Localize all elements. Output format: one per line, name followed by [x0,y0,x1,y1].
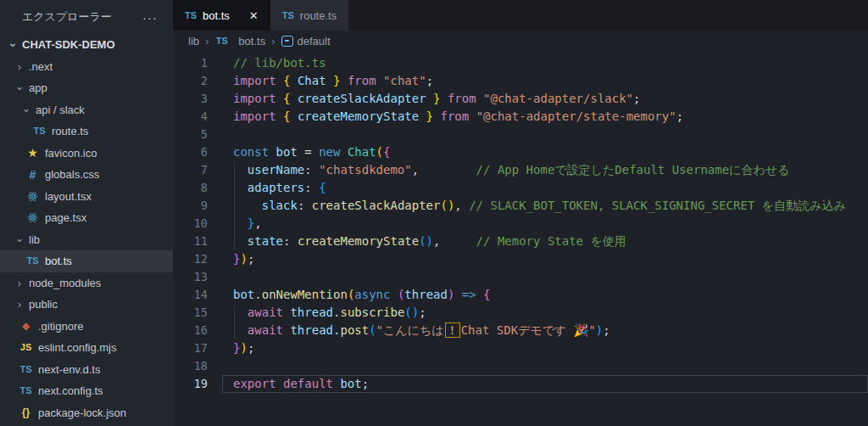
tree-item--gitignore[interactable]: ◆.gitignore [0,316,173,338]
line-number: 4 [173,108,208,126]
close-icon[interactable]: ✕ [249,9,259,22]
code-line-4[interactable]: 4import { createMemoryState } from "@cha… [173,108,868,126]
tab-route-ts[interactable]: TSroute.ts [270,0,348,31]
code-line-18[interactable]: 18 [173,357,868,375]
code-line-content: import { createSlackAdapter } from "@cha… [222,90,868,108]
line-number: 7 [173,161,208,179]
line-number: 10 [173,215,208,233]
code-line-15[interactable]: 15 await thread.subscribe(); [173,304,868,322]
code-line-17[interactable]: 17}); [173,339,868,357]
tree-item-route-ts[interactable]: TSroute.ts [0,121,173,143]
code-line-7[interactable]: 7 userName: "chatsdkdemo", // App Homeで設… [173,161,868,179]
breadcrumb-segment-bot-ts[interactable]: TSbot.ts [214,35,265,48]
line-number: 14 [173,286,208,304]
tree-item-next-config-ts[interactable]: TSnext.config.ts [0,380,173,402]
code-line-content: await thread.subscribe(); [222,304,868,322]
chevron-right-icon: › [14,277,25,289]
tab-label: route.ts [300,9,337,22]
tree-item-label: node_modules [29,277,101,289]
tree-item-next-env-d-ts[interactable]: TSnext-env.d.ts [0,359,173,381]
git-icon: ◆ [19,321,33,331]
react-icon [25,212,40,223]
breadcrumb: lib›TSbot.ts›default [173,31,868,51]
code-line-content: bot.onNewMention(async (thread) => { [222,286,868,304]
code-line-19[interactable]: 19export default bot; [173,375,868,393]
code-line-14[interactable]: 14bot.onNewMention(async (thread) => { [173,286,868,304]
line-number: 2 [173,72,208,90]
code-line-9[interactable]: 9 slack: createSlackAdapter(), // SLACK_… [173,197,868,215]
code-line-content [222,268,868,286]
typescript-icon: TS [25,256,40,266]
line-number: 13 [173,268,208,286]
tree-item-label: .next [29,60,53,73]
code-line-content: }); [222,339,868,357]
tree-item-label: layout.tsx [45,190,92,203]
tree-item-api-slack[interactable]: ⌄api / slack [0,99,173,121]
code-line-content: import { createMemoryState } from "@chat… [222,108,868,126]
code-line-13[interactable]: 13 [173,268,868,286]
code-line-6[interactable]: 6const bot = new Chat({ [173,143,868,161]
tree-item-globals-css[interactable]: #globals.css [0,164,173,186]
line-number: 8 [173,179,208,197]
tree-item-label: route.ts [52,125,88,137]
code-line-12[interactable]: 12}); [173,250,868,268]
code-line-2[interactable]: 2import { Chat } from "chat"; [173,72,868,90]
tree-item-app[interactable]: ⌄app [0,77,173,99]
code-line-1[interactable]: 1// lib/bot.ts [173,54,868,72]
tree-item-label: next.config.ts [38,384,103,397]
react-icon [25,191,40,202]
tree-item-page-tsx[interactable]: page.tsx [0,207,173,229]
tree-item-eslint-config-mjs[interactable]: JSeslint.config.mjs [0,337,173,359]
line-number: 17 [173,339,208,357]
explorer-title: エクスプローラー [22,9,112,25]
line-number: 3 [173,90,208,108]
tree-item-label: globals.css [45,168,99,181]
code-line-8[interactable]: 8 adapters: { [173,179,868,197]
code-line-5[interactable]: 5 [173,126,868,143]
css-icon: # [25,169,40,181]
json-icon: {} [19,407,33,418]
tree-item-favicon-ico[interactable]: ★favicon.ico [0,143,173,165]
tree-item-bot-ts[interactable]: TSbot.ts [0,250,173,272]
typescript-icon: TS [282,11,294,20]
tree-item-label: eslint.config.mjs [38,341,116,354]
tree-item-package-lock-json[interactable]: {}package-lock.json [0,402,173,424]
code-line-10[interactable]: 10 }, [173,215,868,233]
tree-item-public[interactable]: ›public [0,294,173,316]
tree-item-label: lib [29,233,40,246]
chevron-right-icon: › [14,299,25,310]
breadcrumb-label: bot.ts [238,35,265,48]
explorer-sidebar: エクスプローラー ··· ⌄CHAT-SDK-DEMO›.next⌄app⌄ap… [0,0,173,426]
line-number: 19 [173,375,208,393]
line-number: 16 [173,322,208,339]
code-line-11[interactable]: 11 state: createMemoryState(), // Memory… [173,233,868,250]
line-number: 9 [173,197,208,215]
tree-item-label: CHAT-SDK-DEMO [22,38,115,51]
line-number: 12 [173,250,208,268]
breadcrumb-segment-default[interactable]: default [281,35,331,48]
line-number: 1 [173,54,208,72]
tree-item-node-modules[interactable]: ›node_modules [0,272,173,294]
tree-item-layout-tsx[interactable]: layout.tsx [0,186,173,208]
typescript-icon: TS [185,11,197,20]
tree-item-lib[interactable]: ⌄lib [0,229,173,251]
code-line-content: slack: createSlackAdapter(), // SLACK_BO… [222,197,868,215]
code-line-16[interactable]: 16 await thread.post("こんにちは！Chat SDKデモです… [173,322,868,339]
tree-item-chat-sdk-demo[interactable]: ⌄CHAT-SDK-DEMO [0,34,173,56]
tab-label: bot.ts [203,9,230,22]
chevron-right-icon: › [14,61,25,72]
typescript-icon: TS [19,365,33,374]
editor-region: TSbot.ts✕TSroute.ts lib›TSbot.ts›default… [173,0,868,426]
code-editor[interactable]: 1// lib/bot.ts2import { Chat } from "cha… [173,51,868,426]
file-tree: ⌄CHAT-SDK-DEMO›.next⌄app⌄api / slackTSro… [0,34,173,426]
breadcrumb-segment-lib[interactable]: lib [188,35,199,48]
tree-item-label: package-lock.json [38,406,126,419]
breadcrumb-separator-icon: › [205,35,209,48]
more-actions-icon[interactable]: ··· [142,11,158,24]
code-line-content [222,126,868,143]
tab-bot-ts[interactable]: TSbot.ts✕ [173,0,270,31]
tree-item--next[interactable]: ›.next [0,56,173,78]
code-line-3[interactable]: 3import { createSlackAdapter } from "@ch… [173,90,868,108]
chevron-down-icon: ⌄ [14,233,25,244]
code-line-content: import { Chat } from "chat"; [222,72,868,90]
